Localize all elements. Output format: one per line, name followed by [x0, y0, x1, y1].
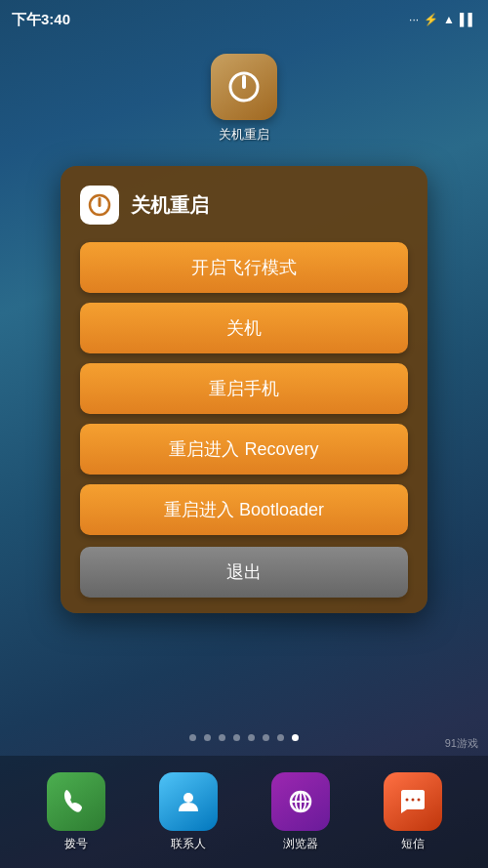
dock: 拨号 联系人 浏览器 — [0, 756, 488, 868]
dock-item-browser[interactable]: 浏览器 — [271, 772, 330, 852]
dialog-title: 关机重启 — [131, 192, 209, 219]
airplane-mode-button[interactable]: 开启飞行模式 — [80, 242, 408, 293]
svg-rect-3 — [99, 197, 102, 207]
dot-2 — [204, 734, 211, 741]
contacts-icon-svg — [173, 786, 204, 817]
message-icon-svg — [397, 786, 428, 817]
dot-3 — [219, 734, 225, 741]
bootloader-button[interactable]: 重启进入 Bootloader — [80, 484, 408, 535]
dock-item-contacts[interactable]: 联系人 — [159, 772, 218, 852]
phone-label: 拨号 — [64, 836, 88, 852]
browser-label: 浏览器 — [283, 836, 318, 852]
dot-4 — [233, 734, 240, 741]
dialog-buttons: 开启飞行模式 关机 重启手机 重启进入 Recovery 重启进入 Bootlo… — [80, 242, 408, 598]
shutdown-button[interactable]: 关机 — [80, 303, 408, 353]
recovery-button[interactable]: 重启进入 Recovery — [80, 424, 408, 475]
restart-button[interactable]: 重启手机 — [80, 363, 408, 414]
power-app-icon-box — [211, 54, 277, 120]
contacts-label: 联系人 — [171, 836, 206, 852]
svg-point-10 — [411, 798, 414, 801]
dot-8-active — [292, 734, 299, 741]
signal-icon: ▌▌ — [460, 13, 476, 26]
browser-icon — [271, 772, 330, 831]
power-app-label: 关机重启 — [219, 126, 269, 144]
message-label: 短信 — [401, 836, 425, 852]
status-bar: 下午3:40 ··· ⚡ ▲ ▌▌ — [0, 0, 488, 39]
svg-rect-1 — [242, 75, 246, 89]
power-dialog: 关机重启 开启飞行模式 关机 重启手机 重启进入 Recovery 重启进入 B… — [61, 166, 427, 613]
contacts-icon — [159, 772, 218, 831]
svg-point-4 — [183, 793, 193, 803]
dot-7 — [277, 734, 284, 741]
dialog-power-icon — [86, 191, 113, 219]
power-icon-svg — [224, 66, 264, 107]
phone-icon — [47, 772, 105, 831]
dot-5 — [248, 734, 255, 741]
exit-button[interactable]: 退出 — [80, 547, 408, 598]
power-app-icon[interactable]: 关机重启 — [211, 54, 277, 144]
dock-item-phone[interactable]: 拨号 — [47, 772, 105, 852]
phone-icon-svg — [61, 786, 92, 817]
desktop-icon-area: 关机重启 — [0, 54, 488, 144]
svg-point-11 — [417, 798, 420, 801]
browser-icon-svg — [285, 786, 316, 817]
wifi-icon: ▲ — [443, 13, 455, 26]
dialog-icon — [80, 186, 119, 225]
dialog-header: 关机重启 — [80, 186, 408, 225]
status-icons: ··· ⚡ ▲ ▌▌ — [409, 13, 476, 26]
dock-item-message[interactable]: 短信 — [384, 772, 442, 852]
page-dots — [0, 734, 488, 741]
message-icon — [384, 772, 442, 831]
charge-icon: ⚡ — [424, 13, 438, 26]
svg-point-9 — [405, 798, 408, 801]
dot-6 — [263, 734, 269, 741]
dot-1 — [189, 734, 196, 741]
status-time: 下午3:40 — [12, 11, 70, 29]
dots-icon: ··· — [409, 13, 419, 26]
